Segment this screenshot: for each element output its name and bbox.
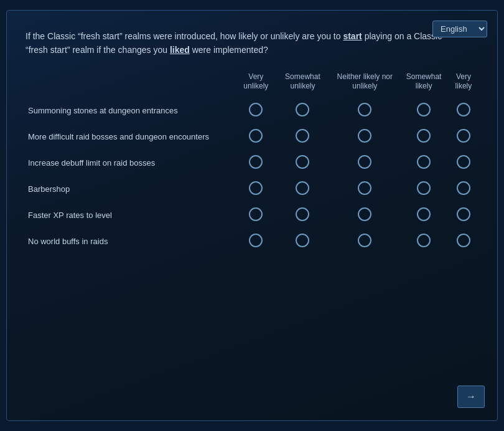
radio-cell-somewhat-unlikely[interactable] [275,229,331,255]
radio-cell-neither[interactable] [330,98,399,124]
radio-row3-very-unlikely[interactable] [249,155,263,169]
radio-row5-neither[interactable] [358,207,371,221]
radio-cell-very-unlikely[interactable] [237,202,275,229]
radio-row2-very-unlikely[interactable] [249,129,263,143]
radio-cell-very-unlikely[interactable] [237,98,275,124]
radio-cell-somewhat-unlikely[interactable] [275,176,331,202]
radio-row6-somewhat-likely[interactable] [417,234,431,247]
question-text-part1: If the Classic “fresh start” realms were… [26,31,343,41]
question-text-part3: were implemented? [190,45,268,55]
col-header-very-unlikely: Very unlikely [237,72,275,98]
col-header-neither: Neither likely nor unlikely [330,72,399,98]
radio-row3-neither[interactable] [358,155,371,169]
row-label-5: Faster XP rates to level [26,202,237,229]
radio-row4-somewhat-likely[interactable] [417,181,431,195]
row-label-3: Increase debuff limit on raid bosses [26,150,237,176]
table-row: Barbershop [26,176,478,202]
radio-row4-neither[interactable] [358,181,371,195]
radio-row4-very-unlikely[interactable] [249,181,263,195]
survey-table: Very unlikely Somewhat unlikely Neither … [26,72,478,255]
radio-cell-very-likely[interactable] [449,202,478,229]
row-label-4: Barbershop [26,176,237,202]
radio-row1-very-likely[interactable] [457,103,470,116]
radio-row2-somewhat-likely[interactable] [417,129,431,143]
radio-row5-very-unlikely[interactable] [249,207,263,221]
radio-row1-somewhat-unlikely[interactable] [296,103,309,116]
radio-cell-somewhat-likely[interactable] [399,150,448,176]
radio-row3-very-likely[interactable] [457,155,470,169]
radio-cell-neither[interactable] [330,202,399,229]
col-header-somewhat-likely: Somewhat likely [399,72,448,98]
table-row: More difficult raid bosses and dungeon e… [26,124,478,150]
radio-row1-somewhat-likely[interactable] [417,103,431,116]
radio-row2-somewhat-unlikely[interactable] [296,129,309,143]
radio-cell-very-unlikely[interactable] [237,150,275,176]
radio-row2-neither[interactable] [358,129,371,143]
radio-cell-very-likely[interactable] [449,98,478,124]
radio-cell-somewhat-likely[interactable] [399,176,448,202]
radio-cell-somewhat-unlikely[interactable] [275,202,331,229]
row-label-1: Summoning stones at dungeon entrances [26,98,237,124]
next-button[interactable]: → [457,386,485,408]
radio-row6-very-unlikely[interactable] [249,234,263,247]
col-header-very-likely: Very likely [449,72,478,98]
radio-row6-very-likely[interactable] [457,234,470,247]
table-row: Faster XP rates to level [26,202,478,229]
next-arrow-icon: → [466,391,476,402]
radio-cell-very-unlikely[interactable] [237,124,275,150]
radio-cell-neither[interactable] [330,150,399,176]
radio-cell-neither[interactable] [330,176,399,202]
survey-container: English Français Deutsch Español If the … [6,10,498,421]
radio-row3-somewhat-unlikely[interactable] [296,155,309,169]
radio-row5-very-likely[interactable] [457,207,470,221]
radio-cell-somewhat-unlikely[interactable] [275,124,331,150]
radio-cell-very-likely[interactable] [449,124,478,150]
radio-row3-somewhat-likely[interactable] [417,155,431,169]
table-row: Summoning stones at dungeon entrances [26,98,478,124]
radio-cell-somewhat-likely[interactable] [399,98,448,124]
radio-row4-somewhat-unlikely[interactable] [296,181,309,195]
radio-cell-very-unlikely[interactable] [237,176,275,202]
row-label-2: More difficult raid bosses and dungeon e… [26,124,237,150]
radio-cell-very-likely[interactable] [449,150,478,176]
radio-row1-very-unlikely[interactable] [249,103,263,116]
radio-row6-neither[interactable] [358,234,371,247]
radio-cell-neither[interactable] [330,124,399,150]
radio-cell-very-likely[interactable] [449,229,478,255]
radio-cell-somewhat-unlikely[interactable] [275,150,331,176]
question-text-bold1: start [343,31,362,41]
table-row: No world buffs in raids [26,229,478,255]
radio-row4-very-likely[interactable] [457,181,470,195]
col-header-label [26,72,237,98]
col-header-somewhat-unlikely: Somewhat unlikely [275,72,331,98]
language-selector-wrapper[interactable]: English Français Deutsch Español [432,21,487,37]
radio-row6-somewhat-unlikely[interactable] [296,234,309,247]
radio-row5-somewhat-unlikely[interactable] [296,207,309,221]
question-text: If the Classic “fresh start” realms were… [26,29,449,57]
question-text-bold2: liked [170,45,190,55]
radio-cell-very-likely[interactable] [449,176,478,202]
radio-cell-somewhat-likely[interactable] [399,229,448,255]
radio-row5-somewhat-likely[interactable] [417,207,431,221]
radio-cell-somewhat-likely[interactable] [399,124,448,150]
radio-cell-neither[interactable] [330,229,399,255]
language-select[interactable]: English Français Deutsch Español [432,21,487,37]
radio-cell-somewhat-likely[interactable] [399,202,448,229]
radio-row2-very-likely[interactable] [457,129,470,143]
radio-cell-somewhat-unlikely[interactable] [275,98,331,124]
table-row: Increase debuff limit on raid bosses [26,150,478,176]
radio-cell-very-unlikely[interactable] [237,229,275,255]
row-label-6: No world buffs in raids [26,229,237,255]
radio-row1-neither[interactable] [358,103,371,116]
